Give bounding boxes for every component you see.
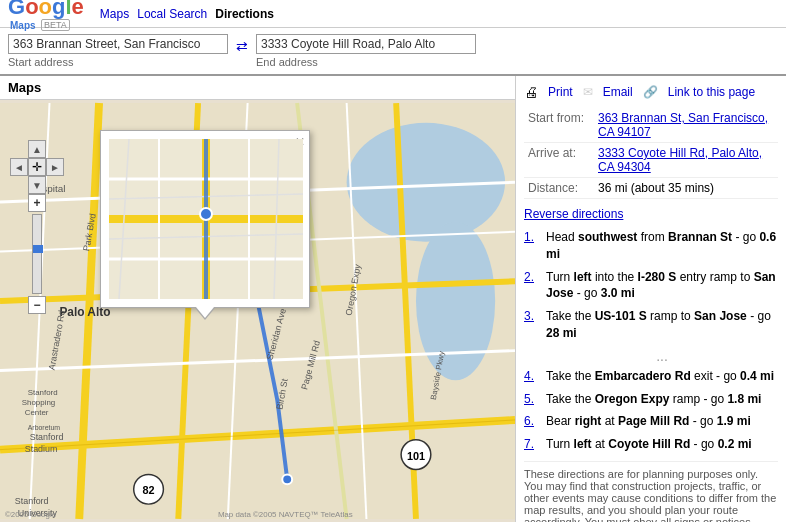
email-link[interactable]: Email [603, 85, 633, 99]
svg-text:82: 82 [143, 484, 155, 496]
maps-sub-label: Maps [10, 20, 36, 31]
directions-info-table: Start from: 363 Brannan St, San Francisc… [524, 108, 778, 199]
swap-directions-icon[interactable]: ⇄ [236, 38, 248, 54]
arrive-value: 3333 Coyote Hill Rd, Palo Alto, CA 94304 [594, 143, 778, 178]
step-item: 3. Take the US-101 S ramp to San Jose - … [524, 308, 778, 342]
distance-row: Distance: 36 mi (about 35 mins) [524, 178, 778, 199]
zoom-in-button[interactable]: + [28, 194, 46, 212]
step-num-3[interactable]: 3. [524, 308, 542, 325]
map-area: Maps [0, 76, 516, 522]
pan-left-button[interactable]: ◄ [10, 158, 28, 176]
dir-actions: 🖨 Print ✉ Email 🔗 Link to this page [524, 84, 778, 100]
to-address-input[interactable] [256, 34, 476, 54]
popup-map-area [109, 139, 303, 299]
google-logo-text: Google [8, 0, 84, 19]
step-item: 5. Take the Oregon Expy ramp - go 1.8 mi [524, 391, 778, 408]
zoom-out-button[interactable]: − [28, 296, 46, 314]
svg-point-55 [200, 208, 212, 220]
address-bar: Start address ⇄ End address [0, 28, 786, 76]
step-text-6: Bear right at Page Mill Rd - go 1.9 mi [546, 413, 751, 430]
nav-directions-active: Directions [215, 7, 274, 21]
svg-text:Stanford: Stanford [28, 388, 58, 397]
svg-text:Map data ©2005 NAVTEQ™  TeleAt: Map data ©2005 NAVTEQ™ TeleAtlas [218, 510, 353, 519]
reverse-directions-link[interactable]: Reverse directions [524, 207, 778, 221]
step-item: 7. Turn left at Coyote Hill Rd - go 0.2 … [524, 436, 778, 453]
to-address-label: End address [256, 56, 476, 68]
from-address-section: Start address [8, 34, 228, 68]
svg-text:Stanford: Stanford [30, 432, 64, 442]
distance-label: Distance: [524, 178, 594, 199]
pan-right-button[interactable]: ► [46, 158, 64, 176]
svg-text:101: 101 [407, 450, 425, 462]
print-icon: 🖨 [524, 84, 538, 100]
distance-value: 36 mi (about 35 mins) [594, 178, 778, 199]
step-num-7[interactable]: 7. [524, 436, 542, 453]
start-row: Start from: 363 Brannan St, San Francisc… [524, 108, 778, 143]
print-link[interactable]: Print [548, 85, 573, 99]
svg-text:©2005 Google: ©2005 Google [5, 510, 57, 519]
sep2: 🔗 [643, 85, 658, 99]
from-address-label: Start address [8, 56, 228, 68]
arrive-row: Arrive at: 3333 Coyote Hill Rd, Palo Alt… [524, 143, 778, 178]
step-text-1: Head southwest from Brannan St - go 0.6 … [546, 229, 778, 263]
step-num-1[interactable]: 1. [524, 229, 542, 246]
svg-text:Arboretum: Arboretum [28, 424, 61, 431]
map-title: Maps [8, 80, 41, 95]
start-value: 363 Brannan St, San Francisco, CA 94107 [594, 108, 778, 143]
step-text-2: Turn left into the I-280 S entry ramp to… [546, 269, 778, 303]
svg-text:Center: Center [25, 408, 49, 417]
start-label: Start from: [524, 108, 594, 143]
top-nav: Google Maps BETA Maps Local Search Direc… [0, 0, 786, 28]
step-num-4[interactable]: 4. [524, 368, 542, 385]
svg-point-2 [416, 222, 495, 380]
nav-local-search-link[interactable]: Local Search [137, 7, 207, 21]
step-item: 1. Head southwest from Brannan St - go 0… [524, 229, 778, 263]
pan-center-button[interactable]: ✛ [28, 158, 46, 176]
zoom-handle[interactable] [33, 245, 43, 253]
svg-text:Stanford: Stanford [15, 496, 49, 506]
start-value-link[interactable]: 363 Brannan St, San Francisco, CA 94107 [598, 111, 768, 139]
logo: Google Maps BETA [8, 0, 84, 32]
svg-point-20 [282, 474, 292, 484]
step-text-7: Turn left at Coyote Hill Rd - go 0.2 mi [546, 436, 752, 453]
step-item: 2. Turn left into the I-280 S entry ramp… [524, 269, 778, 303]
svg-text:Stadium: Stadium [25, 444, 58, 454]
main-content: Maps [0, 76, 786, 522]
to-address-section: End address [256, 34, 476, 68]
pan-up-button[interactable]: ▲ [28, 140, 46, 158]
nav-maps-link[interactable]: Maps [100, 7, 129, 21]
map-title-bar: Maps [0, 76, 515, 100]
svg-text:Shopping: Shopping [22, 398, 55, 407]
step-item: 4. Take the Embarcadero Rd exit - go 0.4… [524, 368, 778, 385]
pan-down-button[interactable]: ▼ [28, 176, 46, 194]
directions-panel: 🖨 Print ✉ Email 🔗 Link to this page Star… [516, 76, 786, 522]
step-list: 1. Head southwest from Brannan St - go 0… [524, 229, 778, 453]
step-num-2[interactable]: 2. [524, 269, 542, 286]
disclaimer: These directions are for planning purpos… [524, 461, 778, 522]
step-num-5[interactable]: 5. [524, 391, 542, 408]
step-dots: ... [546, 348, 778, 364]
map-canvas[interactable]: 101 82 Palo Alto Hospital Stanford Stadi… [0, 100, 515, 522]
arrive-value-link[interactable]: 3333 Coyote Hill Rd, Palo Alto, CA 94304 [598, 146, 762, 174]
map-popup: ✕ [100, 130, 310, 308]
link-link[interactable]: Link to this page [668, 85, 755, 99]
zoom-controls: ▲ ◄ ✛ ► ▼ + − [10, 140, 64, 314]
popup-map-svg [109, 139, 303, 299]
from-address-input[interactable] [8, 34, 228, 54]
step-text-3: Take the US-101 S ramp to San Jose - go … [546, 308, 778, 342]
arrive-label: Arrive at: [524, 143, 594, 178]
step-item: 6. Bear right at Page Mill Rd - go 1.9 m… [524, 413, 778, 430]
sep1: ✉ [583, 85, 593, 99]
step-num-6[interactable]: 6. [524, 413, 542, 430]
step-text-4: Take the Embarcadero Rd exit - go 0.4 mi [546, 368, 774, 385]
beta-badge: BETA [41, 19, 70, 31]
zoom-slider[interactable] [32, 214, 42, 294]
step-text-5: Take the Oregon Expy ramp - go 1.8 mi [546, 391, 761, 408]
